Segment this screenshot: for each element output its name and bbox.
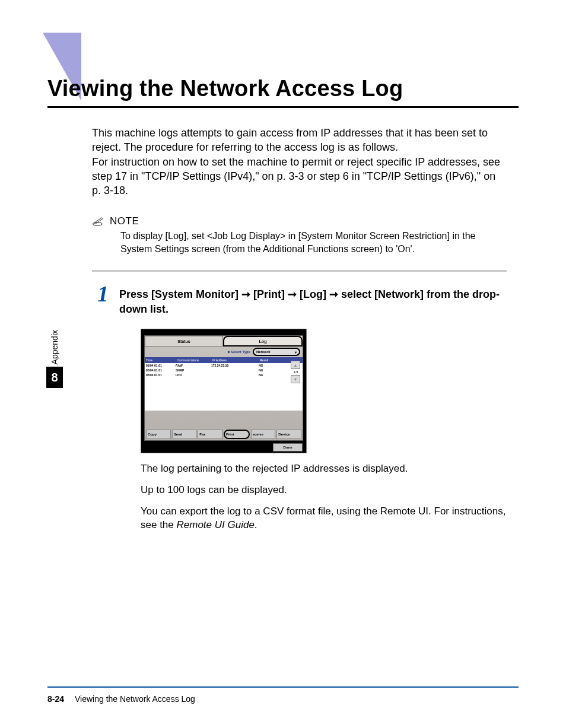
ss-header-ip: IP Address [211, 358, 259, 362]
ss-bottom-tab-send[interactable]: Send [172, 430, 197, 439]
ss-bottom-tab-device[interactable]: Device [276, 430, 301, 439]
arrow-icon: ➞ [329, 287, 338, 302]
step-number: 1 [92, 285, 109, 317]
step-instruction: Press [System Monitor] ➞ [Print] ➞ [Log]… [119, 285, 507, 317]
step-text-a: Press [System Monitor] [119, 288, 241, 300]
ss-header-comm: Communications [176, 358, 211, 362]
side-tab-number: 8 [46, 367, 63, 388]
step-text-c: [Log] [297, 288, 329, 300]
dropdown-arrow-icon: ▾ [295, 350, 297, 354]
footer-title: Viewing the Network Access Log [75, 694, 195, 704]
result-para-1: The log pertaining to the rejected IP ad… [141, 462, 507, 476]
footer-page-number: 8-24 [47, 694, 64, 704]
note-heading: NOTE [92, 215, 507, 227]
side-tab-label: Appendix [50, 330, 59, 364]
note-label: NOTE [110, 215, 139, 227]
ss-tab-status[interactable]: Status [145, 336, 223, 346]
ss-select-value: Network [256, 350, 271, 354]
embedded-screenshot: Status Log ■ Select Type Network ▾ Time … [141, 329, 307, 453]
ss-network-dropdown[interactable]: Network ▾ [253, 348, 300, 356]
ss-header-time: Time [145, 358, 176, 362]
ss-header-result: Result [259, 358, 276, 362]
ss-bottom-tab-print[interactable]: Print [224, 430, 250, 439]
chapter-side-tab: Appendix 8 [46, 330, 63, 388]
arrow-icon: ➞ [288, 287, 297, 302]
step-text-b: [Print] [250, 288, 288, 300]
scroll-up-button[interactable]: ▲ [291, 361, 300, 369]
arrow-icon: ➞ [241, 287, 250, 302]
page-footer: 8-24 Viewing the Network Access Log [47, 694, 195, 704]
result-para-2: Up to 100 logs can be displayed. [141, 483, 507, 497]
table-row: 05/04 01:01 LPD NG [145, 373, 303, 377]
page-indicator: 1/1 [291, 370, 301, 374]
ss-select-type-label: ■ Select Type [147, 350, 250, 354]
note-body: To display [Log], set <Job Log Display> … [120, 230, 507, 255]
divider [92, 270, 507, 272]
done-button[interactable]: Done [273, 443, 303, 452]
intro-paragraph: This machine logs attempts to gain acces… [92, 126, 507, 198]
ss-bottom-tab-copy[interactable]: Copy [146, 430, 171, 439]
scroll-down-button[interactable]: ▼ [291, 375, 300, 383]
table-row: 05/04 01:01 SNMP NG [145, 368, 303, 373]
ss-bottom-tab-receive[interactable]: eceive [251, 430, 276, 439]
note-pencil-icon [92, 217, 105, 226]
ss-table-body: 05/04 01:01 RAW 172.24.22.55 NG 05/04 01… [145, 363, 303, 411]
ss-table-header: Time Communications IP Address Result [145, 357, 303, 363]
footer-rule [47, 686, 519, 688]
ss-bottom-tab-fax[interactable]: Fax [198, 430, 222, 439]
step-1: 1 Press [System Monitor] ➞ [Print] ➞ [Lo… [92, 285, 507, 317]
ss-tab-log[interactable]: Log [223, 336, 303, 346]
table-row: 05/04 01:01 RAW 172.24.22.55 NG [145, 363, 303, 368]
page-title: Viewing the Network Access Log [47, 76, 519, 108]
result-para-3: You can export the log to a CSV format f… [141, 504, 507, 533]
